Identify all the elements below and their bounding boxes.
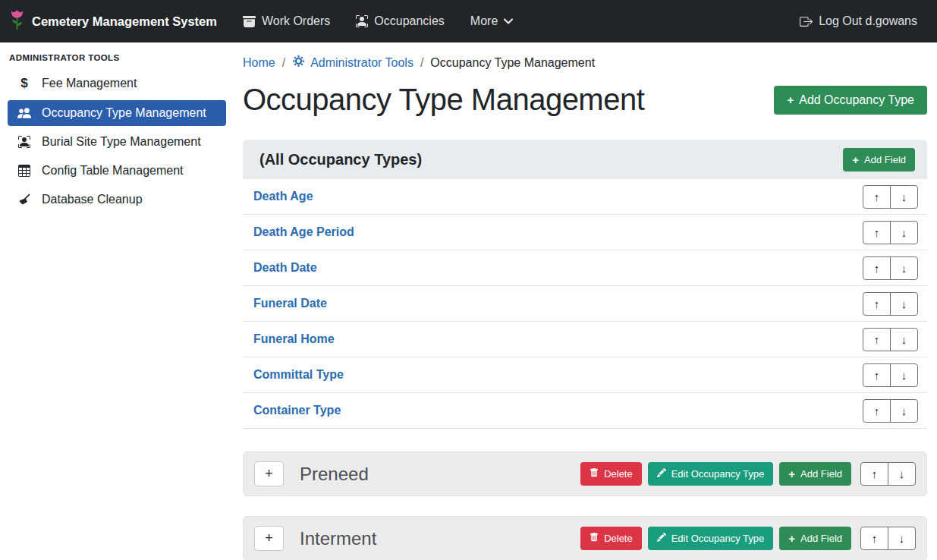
- nav-occupancies[interactable]: Occupancies: [356, 14, 445, 28]
- field-link[interactable]: Death Age: [253, 190, 313, 203]
- reorder-buttons: ↑ ↓: [860, 462, 916, 486]
- top-navbar: Cemetery Management System Work Orders O…: [0, 0, 937, 42]
- add-field-button[interactable]: + Add Field: [779, 527, 851, 550]
- sidebar-item-fee-management[interactable]: $ Fee Management: [8, 70, 226, 97]
- sidebar-item-occupancy-type-management[interactable]: Occupancy Type Management: [8, 100, 226, 126]
- delete-button[interactable]: Delete: [580, 527, 642, 550]
- section-actions: Delete Edit Occupancy Type + Add Field ↑: [580, 462, 916, 486]
- field-row: Committal Type ↑ ↓: [243, 357, 927, 393]
- arrow-up-icon: ↑: [874, 226, 880, 239]
- move-down-button[interactable]: ↓: [890, 256, 918, 280]
- field-link[interactable]: Committal Type: [253, 368, 344, 382]
- logout-button[interactable]: Log Out d.gowans: [800, 14, 917, 28]
- sidebar-heading: Administrator Tools: [0, 52, 234, 70]
- add-field-button[interactable]: + Add Field: [843, 148, 915, 171]
- app-brand[interactable]: Cemetery Management System: [9, 9, 217, 34]
- add-occupancy-type-button[interactable]: + Add Occupancy Type: [774, 86, 927, 115]
- arrow-up-icon: ↑: [872, 467, 878, 480]
- plus-icon: +: [852, 154, 859, 165]
- move-down-button[interactable]: ↓: [890, 363, 918, 387]
- edit-occupancy-type-button[interactable]: Edit Occupancy Type: [648, 462, 774, 486]
- move-up-button[interactable]: ↑: [860, 462, 888, 486]
- move-up-button[interactable]: ↑: [863, 185, 891, 209]
- field-link[interactable]: Funeral Home: [253, 332, 335, 346]
- nav-more[interactable]: More: [470, 14, 513, 28]
- sidebar-item-label: Database Cleanup: [42, 193, 143, 206]
- move-down-button[interactable]: ↓: [888, 527, 916, 550]
- dollar-icon: $: [17, 76, 32, 91]
- breadcrumb: Home /: [243, 55, 927, 71]
- move-down-button[interactable]: ↓: [890, 185, 918, 209]
- logout-icon: [800, 15, 813, 28]
- all-types-card-title: (All Occupancy Types): [259, 151, 422, 168]
- arrow-up-icon: ↑: [874, 297, 880, 310]
- expand-section-button[interactable]: +: [254, 526, 284, 551]
- arrow-down-icon: ↓: [901, 333, 907, 346]
- sidebar-item-database-cleanup[interactable]: Database Cleanup: [8, 187, 226, 212]
- move-up-button[interactable]: ↑: [860, 527, 888, 550]
- section-actions: Delete Edit Occupancy Type + Add Field ↑: [580, 527, 916, 550]
- arrow-down-icon: ↓: [899, 467, 905, 480]
- reorder-buttons: ↑ ↓: [863, 328, 918, 351]
- arrow-up-icon: ↑: [874, 262, 880, 275]
- field-row: Funeral Date ↑ ↓: [243, 286, 927, 322]
- breadcrumb-separator: /: [420, 56, 423, 70]
- add-field-label: Add Field: [800, 533, 842, 544]
- reorder-buttons: ↑ ↓: [863, 185, 918, 209]
- move-up-button[interactable]: ↑: [863, 328, 891, 351]
- delete-label: Delete: [604, 468, 633, 480]
- arrow-up-icon: ↑: [872, 532, 878, 545]
- edit-occupancy-type-button[interactable]: Edit Occupancy Type: [648, 527, 774, 550]
- section-title: Interment: [300, 528, 376, 549]
- arrow-up-icon: ↑: [874, 333, 880, 346]
- arrow-up-icon: ↑: [874, 190, 880, 203]
- plus-icon: +: [265, 466, 273, 482]
- navbar-right: Log Out d.gowans: [800, 14, 917, 28]
- sidebar-item-burial-site-type-management[interactable]: Burial Site Type Management: [8, 129, 226, 155]
- delete-label: Delete: [604, 533, 633, 544]
- nav-work-orders[interactable]: Work Orders: [243, 14, 330, 28]
- pencil-icon: [657, 468, 666, 480]
- add-field-button[interactable]: + Add Field: [779, 462, 851, 486]
- person-bounding-box-icon: [356, 15, 368, 27]
- arrow-down-icon: ↓: [901, 226, 907, 239]
- arrow-down-icon: ↓: [901, 190, 907, 203]
- field-row: Death Age ↑ ↓: [243, 179, 927, 215]
- move-down-button[interactable]: ↓: [888, 462, 916, 486]
- arrow-up-icon: ↑: [874, 369, 880, 382]
- breadcrumb-separator: /: [282, 56, 285, 70]
- arrow-up-icon: ↑: [874, 404, 880, 417]
- move-up-button[interactable]: ↑: [863, 221, 891, 244]
- breadcrumb-admin-tools-link[interactable]: Administrator Tools: [292, 55, 413, 71]
- page-title: Occupancy Type Management: [243, 83, 644, 117]
- trash-icon: [590, 533, 599, 544]
- nav-more-label: More: [470, 14, 498, 28]
- sidebar-item-label: Occupancy Type Management: [42, 106, 206, 120]
- field-link[interactable]: Death Date: [253, 261, 317, 275]
- field-row: Funeral Home ↑ ↓: [243, 322, 927, 357]
- field-link[interactable]: Death Age Period: [253, 225, 354, 239]
- plus-icon: +: [787, 94, 794, 105]
- delete-button[interactable]: Delete: [580, 462, 642, 486]
- field-row: Death Age Period ↑ ↓: [243, 215, 927, 250]
- expand-section-button[interactable]: +: [254, 461, 284, 486]
- move-up-button[interactable]: ↑: [863, 363, 891, 387]
- page-layout: Administrator Tools $ Fee Management Occ…: [0, 42, 937, 560]
- move-down-button[interactable]: ↓: [890, 221, 918, 244]
- reorder-buttons: ↑ ↓: [863, 363, 918, 387]
- sidebar-item-config-table-management[interactable]: Config Table Management: [8, 158, 226, 184]
- move-up-button[interactable]: ↑: [863, 256, 891, 280]
- field-link[interactable]: Funeral Date: [253, 297, 327, 310]
- move-up-button[interactable]: ↑: [863, 292, 891, 316]
- breadcrumb-admin-tools-label: Administrator Tools: [310, 56, 413, 70]
- edit-occupancy-type-label: Edit Occupancy Type: [671, 533, 765, 544]
- breadcrumb-home-link[interactable]: Home: [243, 56, 275, 70]
- move-down-button[interactable]: ↓: [890, 399, 918, 423]
- admin-sidebar: Administrator Tools $ Fee Management Occ…: [0, 42, 234, 560]
- move-down-button[interactable]: ↓: [890, 328, 918, 351]
- move-down-button[interactable]: ↓: [890, 292, 918, 316]
- move-up-button[interactable]: ↑: [863, 399, 891, 423]
- field-row: Container Type ↑ ↓: [243, 393, 927, 429]
- field-link[interactable]: Container Type: [253, 404, 341, 417]
- add-field-label: Add Field: [800, 468, 842, 480]
